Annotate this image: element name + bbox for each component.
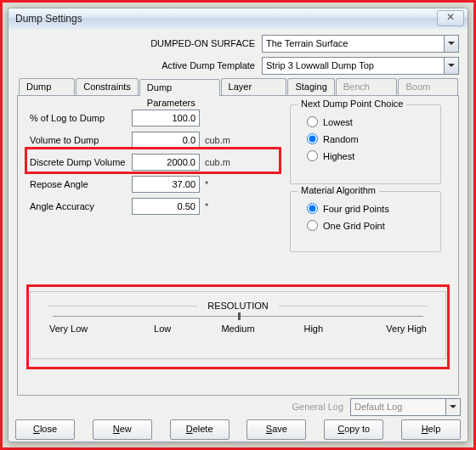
resolution-tick-label: Very Low: [49, 323, 125, 334]
chevron-down-icon[interactable]: [444, 35, 459, 53]
radio-label: Lowest: [323, 117, 353, 127]
surface-combo[interactable]: The Terrain Surface: [262, 35, 459, 53]
radio-label: Highest: [323, 151, 354, 161]
param-row: Volume to Dump0.0cub.m: [30, 132, 276, 149]
radio-random[interactable]: Random: [291, 131, 440, 148]
divider: [279, 306, 428, 307]
tab-constraints[interactable]: Constraints: [76, 78, 139, 95]
group-legend: Next Dump Point Choice: [298, 98, 406, 109]
param-row: Angle Accuracy0.50*: [30, 198, 276, 215]
template-combo[interactable]: Strip 3 Lowwall Dump Top: [262, 57, 459, 75]
resolution-tick-label: Medium: [201, 323, 276, 334]
param-unit: cub.m: [200, 157, 239, 167]
radio-one-grid-point[interactable]: One Grid Point: [291, 217, 440, 234]
tab-layer-material[interactable]: Layer Material: [221, 78, 287, 95]
save-button[interactable]: Save: [246, 419, 306, 440]
tab-dump-parameters[interactable]: Dump Parameters: [139, 79, 220, 96]
window-title: Dump Settings: [15, 13, 82, 25]
tab-bench-dump: Bench Dump: [336, 78, 398, 95]
resolution-tick-label: High: [275, 323, 351, 334]
param-label: % of Log to Dump: [30, 113, 132, 123]
tab-dump-type[interactable]: Dump Type: [19, 78, 75, 95]
param-label: Angle Accuracy: [30, 201, 132, 211]
radio-label: Four grid Points: [323, 204, 389, 214]
param-unit: *: [200, 179, 239, 189]
param-row: % of Log to Dump100.0: [30, 110, 276, 127]
tab-boom-dump: Boom Dump: [398, 78, 458, 95]
group-next-dump-point: Next Dump Point Choice LowestRandomHighe…: [290, 104, 441, 184]
radio-label: Random: [323, 134, 359, 144]
slider-track: [53, 316, 423, 317]
radio-input[interactable]: [307, 150, 318, 161]
general-log-label: General Log: [292, 402, 343, 412]
radio-input[interactable]: [307, 116, 318, 127]
resolution-slider[interactable]: Very LowLowMediumHighVery High: [31, 311, 445, 342]
radio-highest[interactable]: Highest: [291, 148, 440, 165]
chevron-down-icon: [445, 398, 461, 416]
surface-label: DUMPED-ON SURFACE: [17, 38, 262, 48]
group-material-algorithm: Material Algorithm Four grid PointsOne G…: [290, 191, 441, 252]
template-label: Active Dump Template: [17, 60, 262, 70]
param-label: Repose Angle: [30, 179, 132, 189]
radio-input[interactable]: [307, 203, 318, 214]
window-close-button[interactable]: ✕: [437, 10, 464, 26]
radio-input[interactable]: [307, 220, 318, 231]
titlebar: Dump Settings ✕: [8, 8, 468, 30]
template-value: Strip 3 Lowwall Dump Top: [262, 57, 444, 75]
delete-button[interactable]: Delete: [170, 419, 230, 440]
resolution-box: RESOLUTION Very LowLowMediumHighVery Hig…: [30, 291, 446, 359]
param-row: Discrete Dump Volume2000.0cub.m: [30, 154, 276, 171]
radio-lowest[interactable]: Lowest: [291, 114, 440, 131]
param-label: Volume to Dump: [30, 135, 132, 145]
surface-value: The Terrain Surface: [262, 35, 444, 53]
param-label: Discrete Dump Volume: [30, 157, 132, 167]
radio-input[interactable]: [307, 133, 318, 144]
chevron-down-icon[interactable]: [444, 57, 459, 75]
copy-to-button[interactable]: Copy to: [324, 419, 383, 440]
resolution-tick-label: Very High: [351, 323, 427, 334]
tab-panel: % of Log to Dump100.0Volume to Dump0.0cu…: [17, 95, 459, 396]
slider-thumb[interactable]: [238, 312, 241, 320]
param-input[interactable]: 37.00: [132, 176, 200, 193]
new-button[interactable]: New: [93, 419, 152, 440]
resolution-title: RESOLUTION: [197, 301, 279, 311]
param-unit: cub.m: [200, 135, 239, 145]
param-input[interactable]: 0.50: [132, 198, 200, 215]
tabstrip: Dump TypeConstraintsDump ParametersLayer…: [19, 78, 459, 95]
group-legend: Material Algorithm: [298, 185, 379, 195]
tab-staging[interactable]: Staging: [287, 78, 334, 95]
help-button[interactable]: Help: [401, 419, 461, 440]
param-input[interactable]: 100.0: [132, 110, 200, 127]
param-input[interactable]: 2000.0: [132, 154, 200, 171]
radio-label: One Grid Point: [323, 221, 385, 231]
general-log-combo: Default Log: [350, 398, 461, 416]
resolution-tick-label: Low: [125, 323, 201, 334]
param-input[interactable]: 0.0: [132, 132, 200, 149]
divider: [48, 306, 197, 307]
close-button[interactable]: Close: [15, 419, 75, 440]
general-log-value: Default Log: [350, 398, 445, 416]
close-icon: ✕: [446, 11, 455, 23]
radio-four-grid-points[interactable]: Four grid Points: [291, 200, 440, 217]
param-row: Repose Angle37.00*: [30, 176, 276, 193]
param-unit: *: [200, 201, 239, 211]
